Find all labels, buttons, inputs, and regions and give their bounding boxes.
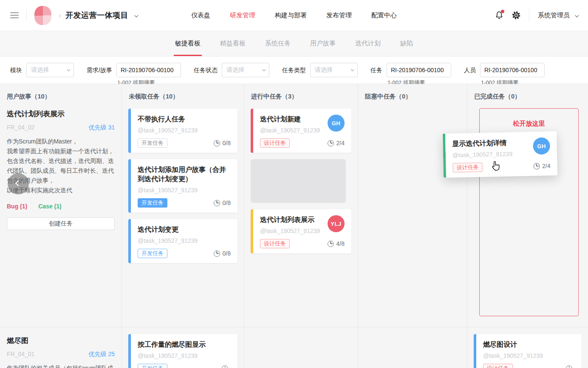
task-id: @task_190527_91239 bbox=[138, 187, 231, 194]
assignee-avatar[interactable]: GH bbox=[328, 115, 345, 132]
story-prev-arrow-button[interactable] bbox=[8, 173, 29, 194]
create-task-button[interactable]: 创建任务 bbox=[7, 217, 115, 230]
task-type-tag: 设计任务 bbox=[260, 239, 290, 248]
main-nav: 仪表盘 研发管理 构建与部署 发布管理 配置中心 bbox=[191, 11, 397, 20]
clock-icon bbox=[214, 250, 220, 257]
assignee-avatar[interactable]: YLJ bbox=[328, 215, 345, 232]
divider bbox=[26, 10, 27, 21]
tab-user-stories[interactable]: 用户故事 bbox=[310, 31, 336, 56]
person-filter-input[interactable] bbox=[480, 63, 545, 77]
story-code: FR_04_01 bbox=[7, 351, 34, 358]
task-hours: 0/8 bbox=[223, 250, 231, 257]
task-title: 迭代计划变更 bbox=[138, 225, 231, 234]
project-dropdown-icon[interactable] bbox=[134, 11, 137, 19]
column-header: 未领取任务（10） bbox=[122, 84, 244, 101]
user-dropdown-icon[interactable] bbox=[575, 11, 578, 19]
module-filter-label: 模块 bbox=[10, 63, 22, 77]
task-hours: 2/4 bbox=[542, 163, 551, 169]
tab-iteration-plan[interactable]: 迭代计划 bbox=[355, 31, 381, 56]
task-hours: 0/8 bbox=[223, 140, 231, 146]
task-type-tag: 设计任务 bbox=[260, 138, 290, 148]
tab-agile-board[interactable]: 敏捷看板 bbox=[175, 31, 201, 56]
story-filter-input[interactable] bbox=[116, 63, 181, 77]
task-type-tag: 开发任务 bbox=[138, 249, 167, 258]
clock-icon bbox=[328, 140, 334, 146]
task-type-tag: 开发任务 bbox=[138, 138, 167, 148]
notification-bell-icon[interactable] bbox=[493, 9, 505, 21]
task-type-tag: 开发任务 bbox=[138, 364, 167, 368]
app-logo[interactable] bbox=[34, 6, 51, 25]
column-header: 进行中任务（3） bbox=[244, 84, 358, 101]
column-unclaimed-tasks: 未领取任务（10） 不带执行人任务 @task_190527_91239 开发任… bbox=[122, 84, 244, 368]
story-priority: 优先级 25 bbox=[89, 351, 115, 358]
task-card[interactable]: 燃尽图设计 @task_190527_91239 设计任务 bbox=[474, 334, 582, 368]
story-card[interactable]: 燃尽图 FR_04_01 优先级 25 作为团队的相关成员（包括Scrum团队成 bbox=[0, 336, 122, 368]
task-status-filter-label: 任务状态 bbox=[194, 63, 218, 77]
task-status-select[interactable]: 请选择 bbox=[222, 63, 269, 77]
task-hours: 4/8 bbox=[336, 240, 345, 247]
story-title[interactable]: 燃尽图 bbox=[7, 336, 115, 346]
task-hours: 2/4 bbox=[336, 140, 345, 146]
column-header: 已完成任务（0） bbox=[467, 84, 588, 101]
task-title: 燃尽图设计 bbox=[483, 340, 575, 349]
story-card[interactable]: 迭代计划列表展示 FR_04_02 优先级 31 作为Scrum团队的Maste… bbox=[0, 109, 122, 230]
story-priority: 优先级 31 bbox=[89, 124, 115, 132]
story-code: FR_04_02 bbox=[7, 124, 34, 132]
module-select[interactable]: 请选择 bbox=[26, 63, 74, 77]
task-type-select[interactable]: 请选择 bbox=[310, 63, 358, 77]
task-card[interactable]: 迭代计划新建 @task_190527_91239 设计任务 2/4 GH bbox=[251, 109, 351, 153]
clock-icon bbox=[214, 140, 220, 146]
bug-counter[interactable]: Bug (1) bbox=[7, 203, 27, 210]
dragging-task-card[interactable]: 显示迭代计划详情 @task_190527_91239 设计任务 2/4 GH bbox=[443, 131, 557, 178]
task-type-tag: 设计任务 bbox=[452, 163, 482, 172]
task-card[interactable]: 迭代计划列表展示 @task_190527_91239 设计任务 4/8 YLJ bbox=[251, 209, 351, 253]
nav-item-dashboard[interactable]: 仪表盘 bbox=[191, 11, 210, 20]
drag-placeholder bbox=[251, 159, 346, 203]
task-filter-input[interactable] bbox=[387, 63, 451, 77]
menu-icon[interactable] bbox=[10, 12, 19, 18]
task-card[interactable]: 不带执行人任务 @task_190527_91239 开发任务 0/8 bbox=[128, 109, 237, 153]
clock-icon bbox=[214, 200, 220, 206]
top-navbar: 开发运营一体项目 仪表盘 研发管理 构建与部署 发布管理 配置中心 系统管理员 bbox=[0, 0, 588, 31]
settings-gear-icon[interactable] bbox=[510, 9, 522, 21]
column-blocked-tasks: 阻塞中任务（0） bbox=[358, 84, 467, 368]
task-id: @task_190527_91239 bbox=[138, 127, 231, 134]
notification-badge bbox=[501, 10, 504, 13]
column-completed-tasks: 已完成任务（0） 松开放这里 燃尽图设计 @task_190527_91239 … bbox=[467, 84, 588, 368]
story-filter-label: 需求/故事 bbox=[87, 63, 112, 77]
task-type-tag: 设计任务 bbox=[483, 364, 513, 368]
drop-here-label: 松开放这里 bbox=[480, 120, 578, 128]
divider bbox=[529, 9, 529, 22]
nav-item-dev-management[interactable]: 研发管理 bbox=[230, 11, 255, 20]
case-counter[interactable]: Case (1) bbox=[38, 203, 61, 210]
task-id: @task_190527_91239 bbox=[483, 352, 575, 359]
tab-system-tasks[interactable]: 系统任务 bbox=[265, 31, 291, 56]
task-title: 不带执行人任务 bbox=[138, 115, 231, 124]
task-card[interactable]: 按工作量的燃尽图显示 @task_190527_91239 开发任务 bbox=[128, 334, 237, 368]
project-title[interactable]: 开发运营一体项目 bbox=[65, 10, 128, 20]
task-filter-label: 任务 bbox=[370, 63, 382, 77]
user-menu[interactable]: 系统管理员 bbox=[538, 11, 570, 20]
board-tabs: 敏捷看板 精益看板 系统任务 用户故事 迭代计划 缺陷 bbox=[0, 31, 588, 56]
story-description: 作为团队的相关成员（包括Scrum团队成 bbox=[7, 363, 115, 368]
nav-item-build-deploy[interactable]: 构建与部署 bbox=[275, 11, 307, 20]
task-id: @task_190527_91239 bbox=[138, 352, 231, 359]
task-card[interactable]: 迭代计划变更 @task_190527_91239 开发任务 0/8 bbox=[128, 219, 237, 263]
task-type-tag: 开发任务 bbox=[138, 198, 167, 208]
nav-item-config-center[interactable]: 配置中心 bbox=[371, 11, 397, 20]
story-title[interactable]: 迭代计划列表展示 bbox=[7, 109, 115, 119]
clock-icon bbox=[328, 241, 334, 247]
task-card[interactable]: 迭代计划添加用户故事（合并到迭代计划变更） @task_190527_91239… bbox=[128, 159, 237, 213]
kanban-board: 用户故事（10） 迭代计划列表展示 FR_04_02 优先级 31 作为Scru… bbox=[0, 84, 588, 368]
tab-lean-board[interactable]: 精益看板 bbox=[220, 31, 246, 56]
filter-bar: 模块 请选择 需求/故事 1-002 排期摘要 任务状态 请选择 任务类型 请选… bbox=[0, 56, 588, 84]
clock-icon bbox=[533, 163, 540, 169]
clock-icon bbox=[566, 365, 572, 368]
nav-item-release[interactable]: 发布管理 bbox=[326, 11, 352, 20]
column-in-progress-tasks: 进行中任务（3） 迭代计划新建 @task_190527_91239 设计任务 … bbox=[244, 84, 358, 368]
column-user-stories: 用户故事（10） 迭代计划列表展示 FR_04_02 优先级 31 作为Scru… bbox=[0, 84, 122, 368]
task-id: @task_190527_91239 bbox=[138, 237, 231, 244]
tab-defects[interactable]: 缺陷 bbox=[400, 31, 413, 56]
person-filter-label: 人员 bbox=[464, 63, 476, 77]
task-title: 迭代计划添加用户故事（合并到迭代计划变更） bbox=[138, 165, 231, 184]
